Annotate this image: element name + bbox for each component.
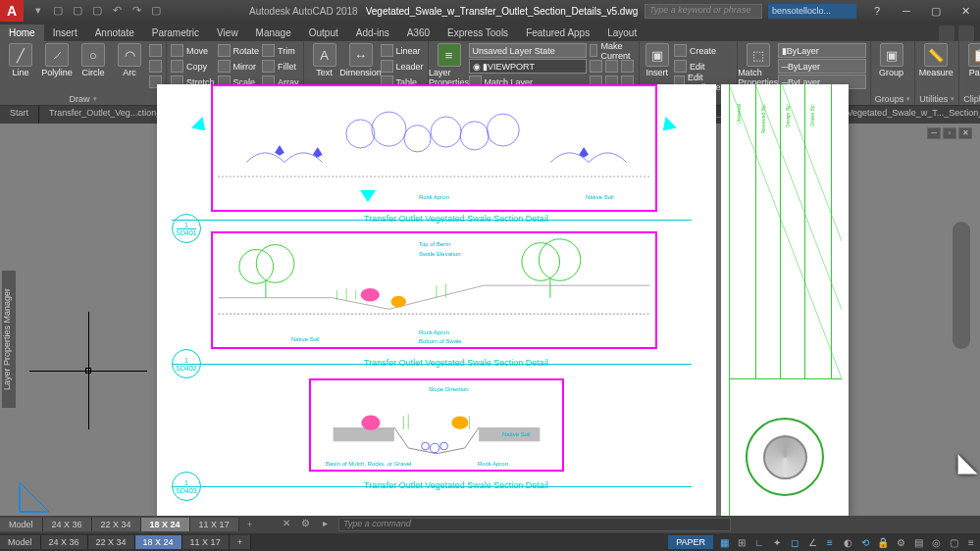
create-block-button[interactable]: Create bbox=[674, 43, 733, 58]
tab-view[interactable]: View bbox=[208, 25, 247, 41]
qat-new-icon[interactable]: ▢ bbox=[51, 4, 65, 18]
qat-print-icon[interactable]: ▢ bbox=[149, 4, 163, 18]
match-properties-button[interactable]: ⬚Match Properties bbox=[742, 43, 775, 87]
hardware-accel-icon[interactable]: ▤ bbox=[909, 534, 927, 550]
command-input[interactable]: Type a command bbox=[338, 518, 731, 531]
qat-menu-icon[interactable]: ▾ bbox=[31, 4, 45, 18]
file-tab[interactable]: Vegetated_Swale_w_T..._Section_Details_v… bbox=[838, 106, 980, 124]
polar-toggle-icon[interactable]: ✦ bbox=[768, 534, 786, 550]
trim-button[interactable]: Trim bbox=[262, 43, 299, 58]
qat-redo-icon[interactable]: ↷ bbox=[129, 4, 143, 18]
tab-parametric[interactable]: Parametric bbox=[143, 25, 208, 41]
layout-tab-model[interactable]: Model bbox=[0, 518, 43, 531]
otrack-toggle-icon[interactable]: ∠ bbox=[803, 534, 821, 550]
qat-open-icon[interactable]: ▢ bbox=[71, 4, 84, 18]
viewport-1[interactable]: Rock Apron Native Soil bbox=[211, 84, 657, 212]
paste-button[interactable]: 📋Paste bbox=[963, 43, 980, 77]
insert-button[interactable]: ▣Insert bbox=[644, 43, 671, 77]
qat-save-icon[interactable]: ▢ bbox=[90, 4, 104, 18]
fillet-button[interactable]: Fillet bbox=[262, 59, 299, 74]
file-tab[interactable]: Start bbox=[0, 106, 39, 124]
layer-properties-panel-tab[interactable]: Layer Properties Manager bbox=[2, 271, 16, 408]
linear-button[interactable]: Linear bbox=[381, 43, 424, 58]
lineweight-toggle-icon[interactable]: ≡ bbox=[821, 534, 839, 550]
status-layout-tab[interactable]: 11 X 17 bbox=[182, 535, 230, 549]
ribbon-extra-icon[interactable] bbox=[939, 25, 954, 41]
viewport-3[interactable]: Slope Direction Native Soil Basin of Mul… bbox=[309, 378, 564, 472]
viewport-2[interactable]: Top of Berm Swale Elevation Native Soil … bbox=[211, 231, 657, 349]
move-button[interactable]: Move bbox=[171, 43, 215, 58]
lineweight-combo[interactable]: ─ ByLayer bbox=[778, 59, 866, 74]
navigation-bar[interactable] bbox=[953, 222, 970, 349]
maximize-button[interactable]: ▢ bbox=[921, 0, 951, 22]
annotation-label: Slope Direction bbox=[429, 386, 469, 392]
tab-home[interactable]: Home bbox=[0, 25, 44, 41]
ortho-toggle-icon[interactable]: ∟ bbox=[750, 534, 768, 550]
user-account[interactable]: bensotelloclo... bbox=[768, 4, 856, 19]
isolate-objects-icon[interactable]: ◎ bbox=[927, 534, 945, 550]
layer-state-combo[interactable]: Unsaved Layer State bbox=[469, 43, 587, 58]
current-layer-combo[interactable]: ◉ ▮ VIEWPORT bbox=[469, 59, 587, 74]
viewport-close-icon[interactable]: ✕ bbox=[958, 127, 972, 139]
copy-button[interactable]: Copy bbox=[171, 59, 215, 74]
tab-output[interactable]: Output bbox=[300, 25, 347, 41]
snap-toggle-icon[interactable]: ⊞ bbox=[733, 534, 750, 550]
dimension-button[interactable]: ↔Dimension bbox=[344, 43, 378, 77]
tab-layout[interactable]: Layout bbox=[598, 25, 645, 41]
circle-button[interactable]: ○Circle bbox=[77, 43, 110, 77]
tab-insert[interactable]: Insert bbox=[44, 25, 86, 41]
workspace-switch-icon[interactable]: ⚙ bbox=[892, 534, 909, 550]
customize-status-icon[interactable]: ≡ bbox=[962, 534, 980, 550]
help-icon[interactable]: ? bbox=[862, 0, 892, 22]
command-options-icon[interactable]: ⚙ bbox=[299, 518, 313, 531]
tab-annotate[interactable]: Annotate bbox=[86, 25, 143, 41]
minimize-button[interactable]: ─ bbox=[892, 0, 921, 22]
leader-button[interactable]: Leader bbox=[381, 59, 424, 74]
tab-manage[interactable]: Manage bbox=[247, 25, 300, 41]
make-current-button[interactable]: Make Current bbox=[590, 43, 635, 58]
app-logo[interactable]: A bbox=[0, 0, 24, 22]
line-button[interactable]: ╱Line bbox=[4, 43, 37, 77]
group-button[interactable]: ▣Group bbox=[875, 43, 908, 77]
tab-express[interactable]: Express Tools bbox=[438, 25, 517, 41]
tab-a360[interactable]: A360 bbox=[398, 25, 438, 41]
layout-tab[interactable]: 24 X 36 bbox=[43, 518, 92, 531]
rotate-button[interactable]: Rotate bbox=[218, 43, 260, 58]
text-button[interactable]: AText bbox=[308, 43, 341, 77]
measure-button[interactable]: 📏Measure bbox=[919, 43, 953, 77]
transparency-toggle-icon[interactable]: ◐ bbox=[839, 534, 856, 550]
command-close-icon[interactable]: ✕ bbox=[280, 518, 293, 531]
viewport-restore-icon[interactable]: ▫ bbox=[943, 127, 956, 139]
ribbon-extra-icon[interactable] bbox=[958, 25, 974, 41]
osnap-toggle-icon[interactable]: ◻ bbox=[786, 534, 803, 550]
draw-extra-icon[interactable] bbox=[149, 43, 162, 58]
viewport-minimize-icon[interactable]: ─ bbox=[927, 127, 941, 139]
selection-cycling-icon[interactable]: ⟲ bbox=[856, 534, 874, 550]
tab-featured[interactable]: Featured Apps bbox=[517, 25, 598, 41]
layout-tab[interactable]: 18 X 24 bbox=[141, 518, 190, 531]
status-layout-tab[interactable]: 24 X 36 bbox=[41, 535, 88, 549]
status-layout-tab[interactable]: 18 X 24 bbox=[135, 535, 182, 549]
status-layout-tab[interactable]: 22 X 34 bbox=[88, 535, 135, 549]
drawing-area[interactable]: Layer Properties Manager ─ ▫ ✕ bbox=[0, 124, 980, 516]
status-add-layout[interactable]: + bbox=[230, 535, 251, 549]
qat-undo-icon[interactable]: ↶ bbox=[110, 4, 124, 18]
add-layout-button[interactable]: + bbox=[239, 518, 260, 531]
close-button[interactable]: ✕ bbox=[951, 0, 980, 22]
grid-toggle-icon[interactable]: ▦ bbox=[715, 534, 733, 550]
layer-properties-button[interactable]: ≡Layer Properties bbox=[433, 43, 466, 87]
mirror-button[interactable]: Mirror bbox=[218, 59, 260, 74]
tab-addins[interactable]: Add-ins bbox=[347, 25, 398, 41]
layer-extra-icon[interactable] bbox=[590, 59, 635, 74]
clean-screen-icon[interactable]: ▢ bbox=[945, 534, 962, 550]
layout-tab[interactable]: 11 X 17 bbox=[190, 518, 239, 531]
polyline-button[interactable]: ⟋Polyline bbox=[40, 43, 74, 77]
space-toggle[interactable]: PAPER bbox=[668, 535, 713, 549]
status-layout-model[interactable]: Model bbox=[0, 535, 41, 549]
help-search-input[interactable]: Type a keyword or phrase bbox=[645, 4, 762, 19]
draw-extra-icon[interactable] bbox=[149, 59, 162, 74]
layout-tab[interactable]: 22 X 34 bbox=[92, 518, 141, 531]
arc-button[interactable]: ◠Arc bbox=[113, 43, 146, 77]
color-combo[interactable]: ▮ ByLayer bbox=[778, 43, 866, 58]
annotation-scale-icon[interactable]: 🔒 bbox=[874, 534, 892, 550]
